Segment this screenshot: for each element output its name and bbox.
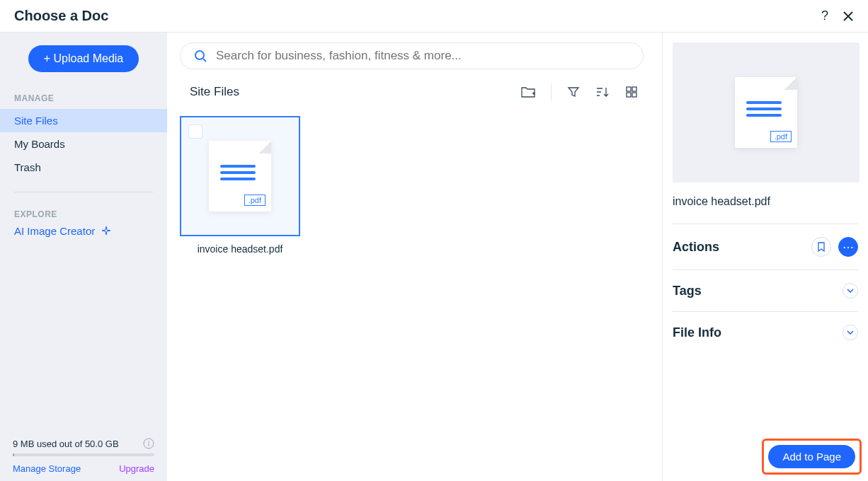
fileinfo-section[interactable]: File Info xyxy=(673,312,858,353)
sort-icon[interactable] xyxy=(595,86,610,98)
tags-section[interactable]: Tags xyxy=(673,270,858,312)
svg-line-3 xyxy=(203,59,206,62)
fileinfo-label: File Info xyxy=(673,325,721,340)
storage-bar xyxy=(13,453,154,456)
file-thumbnail[interactable]: ⋯ .pdf xyxy=(180,116,300,236)
toolbar-separator xyxy=(551,83,552,100)
svg-point-2 xyxy=(195,51,204,59)
file-checkbox[interactable] xyxy=(188,124,202,139)
add-to-page-button[interactable]: Add to Page xyxy=(768,445,855,468)
tags-label: Tags xyxy=(673,284,702,299)
more-actions-button[interactable]: ⋯ xyxy=(838,237,858,257)
chevron-down-icon[interactable] xyxy=(843,283,858,299)
file-ext-badge: .pdf xyxy=(770,131,792,142)
file-more-icon[interactable]: ⋯ xyxy=(278,124,292,140)
help-icon[interactable]: ? xyxy=(821,8,828,23)
upgrade-link[interactable]: Upgrade xyxy=(119,463,154,474)
add-folder-icon[interactable] xyxy=(521,86,535,98)
svg-text:i: i xyxy=(148,440,149,448)
manage-storage-link[interactable]: Manage Storage xyxy=(13,463,81,474)
search-bar[interactable] xyxy=(180,42,644,69)
section-manage-label: MANAGE xyxy=(0,89,167,109)
details-panel: .pdf invoice headset.pdf Actions ⋯ Tags … xyxy=(663,33,868,481)
sidebar-item-ai-image-creator[interactable]: AI Image Creator xyxy=(0,225,167,237)
sidebar-divider xyxy=(14,192,153,192)
document-icon: .pdf xyxy=(209,141,271,211)
info-icon[interactable]: i xyxy=(143,438,154,449)
svg-rect-5 xyxy=(632,87,636,91)
ai-label: AI Image Creator xyxy=(14,225,95,237)
storage-usage-text: 9 MB used out of 50.0 GB xyxy=(13,439,119,449)
dialog-title: Choose a Doc xyxy=(14,8,108,24)
dialog-header: Choose a Doc ? xyxy=(0,0,868,33)
svg-rect-4 xyxy=(627,87,631,91)
filter-icon[interactable] xyxy=(567,86,580,98)
close-icon[interactable] xyxy=(843,11,854,22)
bookmark-button[interactable] xyxy=(811,237,831,257)
actions-label: Actions xyxy=(673,240,719,255)
upload-media-button[interactable]: + Upload Media xyxy=(28,45,139,72)
sidebar-item-trash[interactable]: Trash xyxy=(0,156,167,179)
sidebar-item-site-files[interactable]: Site Files xyxy=(0,109,167,132)
file-card[interactable]: ⋯ .pdf invoice headset.pdf xyxy=(180,116,300,262)
file-preview: .pdf xyxy=(673,42,860,182)
actions-section: Actions ⋯ xyxy=(673,224,858,270)
details-filename: invoice headset.pdf xyxy=(673,182,858,224)
grid-view-icon[interactable] xyxy=(625,86,638,98)
main-area: Site Files ⋯ xyxy=(167,33,663,481)
add-to-page-highlight: Add to Page xyxy=(762,439,862,475)
chevron-down-icon[interactable] xyxy=(843,325,858,340)
search-icon xyxy=(193,49,207,63)
search-input[interactable] xyxy=(216,49,630,63)
sidebar: + Upload Media MANAGE Site Files My Boar… xyxy=(0,33,167,481)
sparkle-icon xyxy=(101,226,112,237)
section-explore-label: EXPLORE xyxy=(0,205,167,225)
svg-rect-7 xyxy=(632,93,636,97)
sidebar-item-my-boards[interactable]: My Boards xyxy=(0,132,167,156)
file-ext-badge: .pdf xyxy=(244,195,265,206)
document-icon: .pdf xyxy=(735,77,797,148)
svg-rect-6 xyxy=(627,93,631,97)
file-name-label: invoice headset.pdf xyxy=(180,236,300,262)
folder-title: Site Files xyxy=(190,85,239,99)
